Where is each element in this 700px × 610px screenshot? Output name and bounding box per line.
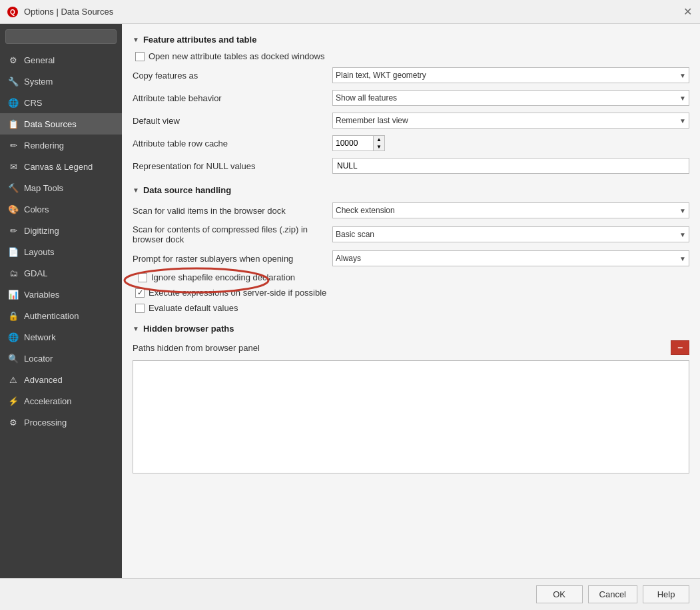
- default-view-value: Remember last view: [336, 116, 408, 125]
- section-hidden-browser-paths: ▼ Hidden browser paths Paths hidden from…: [133, 324, 689, 473]
- bottom-bar: OK Cancel Help: [0, 578, 700, 610]
- scan-compressed-dropdown[interactable]: Basic scan ▼: [332, 226, 689, 242]
- remove-path-button[interactable]: −: [671, 340, 689, 355]
- sidebar-item-gdal[interactable]: 🗂 GDAL: [0, 262, 122, 284]
- sidebar-item-processing[interactable]: ⚙ Processing: [0, 412, 122, 433]
- section-data-source-handling: ▼ Data source handling Scan for valid it…: [133, 185, 689, 313]
- execute-expressions-checkbox[interactable]: ✓: [135, 288, 145, 298]
- window-title: Options | Data Sources: [24, 7, 113, 17]
- execute-expressions-row: ✓ Execute expressions on server-side if …: [135, 288, 689, 298]
- scan-compressed-row: Scan for contents of compressed files (.…: [133, 224, 689, 244]
- execute-expressions-label: Execute expressions on server-side if po…: [149, 288, 326, 298]
- network-icon: 🌐: [8, 332, 19, 342]
- sidebar-item-variables[interactable]: 📊 Variables: [0, 284, 122, 305]
- null-rep-input[interactable]: [332, 158, 689, 174]
- paths-list-area[interactable]: [133, 360, 689, 473]
- title-bar: Q Options | Data Sources ✕: [0, 0, 700, 24]
- default-view-dropdown[interactable]: Remember last view ▼: [332, 113, 689, 129]
- scan-valid-row: Scan for valid items in the browser dock…: [133, 202, 689, 219]
- sidebar-item-colors[interactable]: 🎨 Colors: [0, 198, 122, 220]
- remove-path-icon: −: [677, 342, 683, 353]
- attr-table-behavior-dropdown[interactable]: Show all features ▼: [332, 90, 689, 106]
- rendering-icon: ✏: [8, 140, 19, 151]
- attr-row-cache-spinbox: ▲ ▼: [332, 135, 385, 151]
- attr-table-behavior-value: Show all features: [336, 93, 397, 103]
- close-button[interactable]: ✕: [681, 6, 693, 18]
- default-view-label: Default view: [133, 116, 332, 126]
- sidebar-item-crs[interactable]: 🌐 CRS: [0, 92, 122, 113]
- prompt-raster-dropdown[interactable]: Always ▼: [332, 250, 689, 266]
- prompt-raster-arrow: ▼: [679, 255, 686, 262]
- general-icon: ⚙: [8, 55, 19, 65]
- sidebar-item-layouts[interactable]: 📄 Layouts: [0, 241, 122, 262]
- open-attr-tables-row: Open new attribute tables as docked wind…: [135, 51, 689, 61]
- sidebar-item-general[interactable]: ⚙ General: [0, 49, 122, 71]
- data-sources-icon: 📋: [8, 119, 19, 129]
- default-view-arrow: ▼: [679, 117, 686, 125]
- section3-header[interactable]: ▼ Hidden browser paths: [133, 324, 689, 334]
- sidebar-item-system[interactable]: 🔧 System: [0, 71, 122, 92]
- section1-header[interactable]: ▼ Feature attributes and table: [133, 35, 689, 45]
- scan-valid-arrow: ▼: [679, 207, 686, 214]
- spinbox-down[interactable]: ▼: [374, 143, 384, 151]
- sidebar-item-locator[interactable]: 🔍 Locator: [0, 348, 122, 369]
- open-attr-tables-checkbox[interactable]: [135, 52, 145, 61]
- search-input[interactable]: [5, 29, 117, 44]
- locator-icon: 🔍: [8, 353, 19, 364]
- attr-row-cache-input[interactable]: [333, 137, 373, 149]
- section1-title: Feature attributes and table: [143, 35, 256, 45]
- sidebar: ⚙ General 🔧 System 🌐 CRS 📋 Data Sources …: [0, 24, 122, 578]
- cancel-button[interactable]: Cancel: [588, 585, 637, 603]
- sidebar-item-acceleration[interactable]: ⚡ Acceleration: [0, 390, 122, 412]
- sidebar-item-rendering[interactable]: ✏ Rendering: [0, 135, 122, 156]
- paths-label: Paths hidden from browser panel: [133, 343, 260, 353]
- copy-features-value: Plain text, WKT geometry: [336, 71, 426, 80]
- evaluate-default-row: Evaluate default values: [135, 303, 689, 313]
- section2-arrow: ▼: [133, 186, 139, 194]
- ok-button[interactable]: OK: [536, 585, 583, 603]
- scan-valid-value: Check extension: [336, 206, 395, 215]
- attr-table-behavior-row: Attribute table behavior Show all featur…: [133, 89, 689, 107]
- scan-compressed-label: Scan for contents of compressed files (.…: [133, 224, 332, 244]
- sidebar-item-canvas-legend[interactable]: ✉ Canvas & Legend: [0, 156, 122, 177]
- processing-icon: ⚙: [8, 417, 19, 428]
- copy-features-dropdown[interactable]: Plain text, WKT geometry ▼: [332, 67, 689, 83]
- attr-table-behavior-label: Attribute table behavior: [133, 93, 332, 103]
- sidebar-item-network[interactable]: 🌐 Network: [0, 326, 122, 348]
- section2-header[interactable]: ▼ Data source handling: [133, 185, 689, 195]
- section2-title: Data source handling: [143, 185, 231, 195]
- scan-compressed-arrow: ▼: [679, 231, 686, 238]
- sidebar-item-map-tools[interactable]: 🔨 Map Tools: [0, 177, 122, 198]
- evaluate-default-checkbox[interactable]: [135, 304, 145, 313]
- section3-arrow: ▼: [133, 325, 139, 332]
- colors-icon: 🎨: [8, 204, 19, 214]
- content-area: ▼ Feature attributes and table Open new …: [122, 24, 700, 578]
- authentication-icon: 🔒: [8, 310, 19, 321]
- prompt-raster-row: Prompt for raster sublayers when opening…: [133, 250, 689, 267]
- map-tools-icon: 🔨: [8, 182, 19, 193]
- attr-row-cache-row: Attribute table row cache ▲ ▼: [133, 135, 689, 152]
- system-icon: 🔧: [8, 76, 19, 87]
- sidebar-item-data-sources[interactable]: 📋 Data Sources: [0, 113, 122, 135]
- prompt-raster-label: Prompt for raster sublayers when opening: [133, 254, 332, 264]
- copy-features-row: Copy features as Plain text, WKT geometr…: [133, 67, 689, 84]
- section3-title: Hidden browser paths: [143, 324, 234, 334]
- prompt-raster-value: Always: [336, 254, 361, 263]
- help-button[interactable]: Help: [643, 585, 689, 603]
- layouts-icon: 📄: [8, 246, 19, 257]
- canvas-legend-icon: ✉: [8, 161, 19, 172]
- sidebar-item-advanced[interactable]: ⚠ Advanced: [0, 369, 122, 390]
- ignore-shapefile-checkbox[interactable]: [138, 273, 147, 282]
- sidebar-item-authentication[interactable]: 🔒 Authentication: [0, 305, 122, 326]
- acceleration-icon: ⚡: [8, 396, 19, 406]
- spinbox-up[interactable]: ▲: [374, 136, 384, 143]
- default-view-row: Default view Remember last view ▼: [133, 112, 689, 129]
- paths-header-row: Paths hidden from browser panel −: [133, 340, 689, 355]
- copy-features-label: Copy features as: [133, 71, 332, 81]
- null-rep-label: Representation for NULL values: [133, 161, 332, 171]
- scan-compressed-value: Basic scan: [336, 230, 374, 239]
- sidebar-item-digitizing[interactable]: ✏ Digitizing: [0, 220, 122, 241]
- attr-table-behavior-arrow: ▼: [679, 95, 686, 102]
- scan-valid-dropdown[interactable]: Check extension ▼: [332, 202, 689, 218]
- section1-arrow: ▼: [133, 36, 139, 43]
